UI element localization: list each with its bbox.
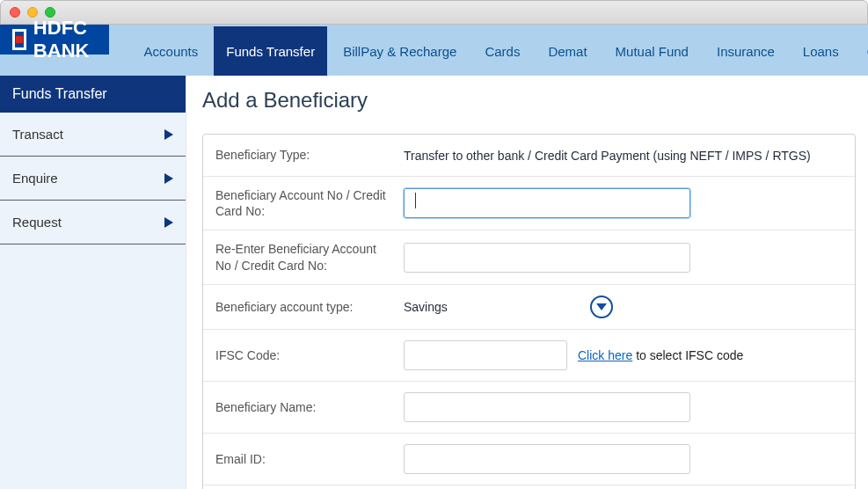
window-chrome (0, 0, 868, 25)
ifsc-select-link[interactable]: Click here (578, 348, 632, 362)
main-nav: Accounts Funds Transfer BillPay & Rechar… (109, 25, 868, 76)
sidebar-item-label: Enquire (12, 171, 58, 186)
sidebar-item-label: Request (12, 215, 62, 230)
nav-cards[interactable]: Cards (472, 26, 532, 76)
account-no-input[interactable] (404, 188, 690, 218)
row-account-no: Beneficiary Account No / Credit Card No: (203, 177, 855, 230)
row-reenter-account-no: Re-Enter Beneficiary Account No / Credit… (203, 230, 855, 284)
chevron-right-icon (164, 173, 173, 184)
sidebar-title: Funds Transfer (0, 76, 186, 113)
label-reenter-account-no: Re-Enter Beneficiary Account No / Credit… (215, 241, 404, 273)
account-type-dropdown[interactable] (590, 296, 613, 318)
label-account-type: Beneficiary account type: (215, 299, 404, 315)
ifsc-helper-text: to select IFSC code (632, 348, 743, 362)
sidebar-item-enquire[interactable]: Enquire (0, 157, 186, 201)
close-window-icon[interactable] (10, 7, 20, 18)
chevron-down-icon (596, 303, 607, 310)
form-buttons: Back Add (203, 485, 855, 489)
nav-offers[interactable]: Offers (855, 26, 868, 76)
page-title: Add a Beneficiary (202, 88, 856, 113)
nav-loans[interactable]: Loans (791, 26, 851, 76)
beneficiary-name-input[interactable] (404, 392, 690, 422)
label-ifsc: IFSC Code: (215, 347, 404, 363)
email-input[interactable] (404, 444, 690, 474)
top-bar: HDFC BANK Accounts Funds Transfer BillPa… (0, 25, 868, 76)
text-cursor-icon (415, 193, 416, 208)
sidebar-item-label: Transact (12, 127, 63, 142)
row-ifsc: IFSC Code: Click here to select IFSC cod… (203, 330, 855, 382)
nav-billpay-recharge[interactable]: BillPay & Recharge (331, 26, 469, 76)
nav-accounts[interactable]: Accounts (132, 26, 211, 76)
beneficiary-form: Beneficiary Type: Transfer to other bank… (202, 134, 856, 489)
nav-insurance[interactable]: Insurance (704, 26, 787, 76)
nav-demat[interactable]: Demat (536, 26, 599, 76)
main-layout: Funds Transfer Transact Enquire Request … (0, 76, 868, 489)
bank-logo: HDFC BANK (0, 25, 109, 55)
chevron-right-icon (164, 217, 173, 228)
ifsc-input[interactable] (404, 340, 567, 370)
row-beneficiary-type: Beneficiary Type: Transfer to other bank… (203, 135, 855, 177)
label-account-no: Beneficiary Account No / Credit Card No: (215, 187, 404, 219)
label-beneficiary-name: Beneficiary Name: (215, 399, 404, 415)
bank-logo-icon (12, 29, 26, 50)
value-beneficiary-type: Transfer to other bank / Credit Card Pay… (404, 149, 811, 163)
bank-logo-text: HDFC BANK (33, 17, 97, 62)
content-area: Add a Beneficiary Beneficiary Type: Tran… (186, 76, 868, 489)
label-beneficiary-type: Beneficiary Type: (215, 147, 404, 163)
value-account-type: Savings (404, 300, 448, 314)
nav-mutual-fund[interactable]: Mutual Fund (603, 26, 701, 76)
nav-funds-transfer[interactable]: Funds Transfer (214, 26, 327, 76)
chevron-right-icon (164, 129, 173, 140)
row-email: Email ID: (203, 434, 855, 485)
reenter-account-no-input[interactable] (404, 243, 690, 273)
sidebar-item-request[interactable]: Request (0, 201, 186, 244)
label-email: Email ID: (215, 451, 404, 467)
row-beneficiary-name: Beneficiary Name: (203, 382, 855, 434)
row-account-type: Beneficiary account type: Savings (203, 285, 855, 330)
sidebar-item-transact[interactable]: Transact (0, 113, 186, 157)
sidebar: Funds Transfer Transact Enquire Request (0, 76, 186, 489)
